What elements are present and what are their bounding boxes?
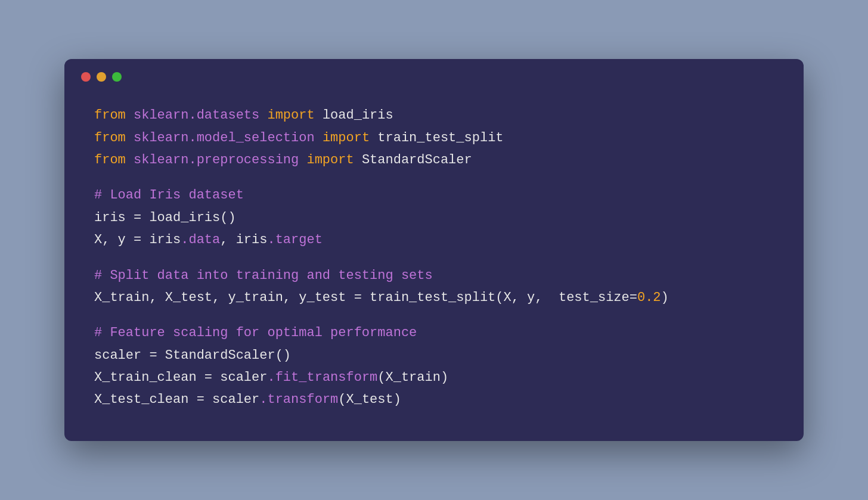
maximize-button[interactable] [112, 72, 122, 82]
close-button[interactable] [81, 72, 91, 82]
code-line-3: from sklearn.preprocessing import Standa… [94, 149, 774, 171]
code-line-9: X_test_clean = scaler.transform(X_test) [94, 389, 774, 411]
code-line-8: X_train_clean = scaler.fit_transform(X_t… [94, 367, 774, 389]
blank-line-1 [94, 171, 774, 184]
code-comment-2: # Split data into training and testing s… [94, 265, 774, 287]
code-line-2: from sklearn.model_selection import trai… [94, 127, 774, 149]
code-line-6: X_train, X_test, y_train, y_test = train… [94, 287, 774, 309]
code-line-7: scaler = StandardScaler() [94, 344, 774, 367]
code-comment-1: # Load Iris dataset [94, 184, 774, 206]
code-line-5: X, y = iris.data, iris.target [94, 229, 774, 251]
code-editor: from sklearn.datasets import load_iris f… [64, 92, 804, 441]
code-window: from sklearn.datasets import load_iris f… [64, 59, 804, 441]
blank-line-3 [94, 309, 774, 322]
code-line-4: iris = load_iris() [94, 207, 774, 229]
title-bar [64, 59, 804, 92]
blank-line-2 [94, 251, 774, 265]
code-comment-3: # Feature scaling for optimal performanc… [94, 322, 774, 344]
minimize-button[interactable] [97, 72, 106, 82]
code-line-1: from sklearn.datasets import load_iris [94, 104, 774, 126]
